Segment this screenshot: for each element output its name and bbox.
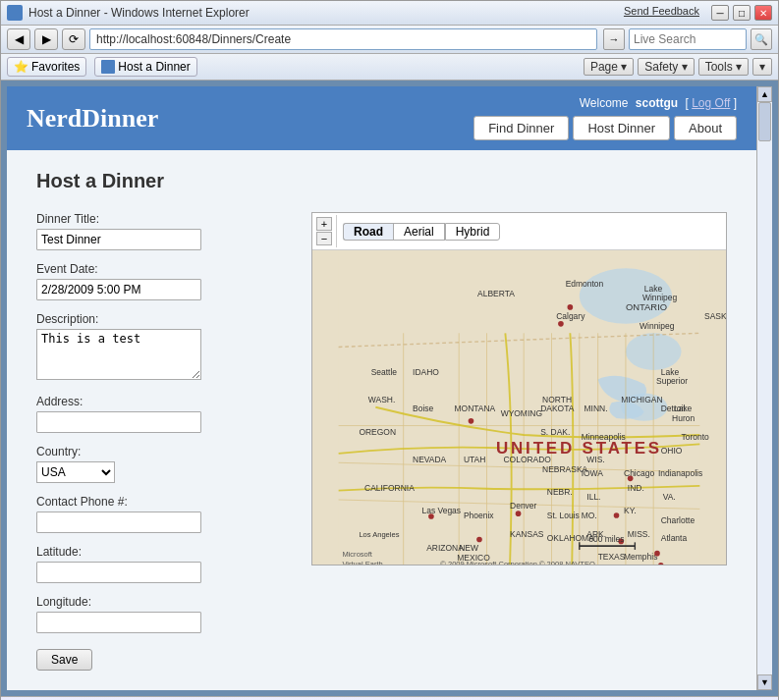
svg-point-85	[469, 418, 474, 424]
close-button[interactable]: ✕	[754, 5, 772, 21]
svg-text:Seattle: Seattle	[371, 367, 398, 377]
dinner-title-group: Dinner Title:	[36, 212, 292, 250]
contact-phone-group: Contact Phone #:	[36, 495, 292, 533]
country-select[interactable]: USA Canada UK Australia	[36, 461, 115, 483]
status-bar: Done 🔒 Local intranet | Protected Mode: …	[1, 696, 778, 700]
svg-text:Winnipeg: Winnipeg	[642, 293, 678, 302]
hybrid-view-button[interactable]: Hybrid	[445, 223, 501, 241]
svg-text:WASH.: WASH.	[368, 395, 395, 404]
save-button[interactable]: Save	[36, 649, 92, 671]
send-feedback-link[interactable]: Send Feedback	[624, 5, 699, 21]
aerial-view-button[interactable]: Aerial	[393, 223, 445, 241]
svg-text:MICHIGAN: MICHIGAN	[621, 395, 662, 404]
search-input[interactable]	[629, 28, 747, 50]
bookmarks-bar: ⭐ Favorites Host a Dinner Page ▾ Safety …	[1, 54, 778, 81]
forward-button[interactable]: ▶	[34, 28, 58, 50]
svg-text:ONTARIO: ONTARIO	[626, 301, 667, 312]
page-wrapper: NerdDinner Welcome scottgu [ Log Off ] F…	[1, 81, 778, 696]
bookmark-host-dinner[interactable]: Host a Dinner	[94, 57, 196, 77]
browser-window: Host a Dinner - Windows Internet Explore…	[0, 0, 779, 700]
contact-phone-label: Contact Phone #:	[36, 495, 292, 509]
svg-text:OHIO: OHIO	[661, 446, 683, 456]
maximize-button[interactable]: □	[733, 5, 751, 21]
svg-text:VA.: VA.	[663, 492, 676, 502]
scroll-track	[757, 102, 772, 674]
event-date-input[interactable]	[36, 279, 201, 300]
svg-text:© 2009 Microsoft Corporation  : © 2009 Microsoft Corporation © 2008 NAVT…	[440, 560, 595, 565]
svg-point-94	[654, 551, 660, 557]
description-label: Description:	[36, 312, 292, 326]
svg-text:Phoenix: Phoenix	[464, 511, 494, 520]
host-dinner-button[interactable]: Host Dinner	[573, 116, 670, 140]
svg-text:MONTANA: MONTANA	[455, 404, 496, 413]
map-container: + − Road Aerial Hybrid	[311, 212, 727, 565]
latitude-group: Latitude:	[36, 545, 292, 583]
address-bar[interactable]: http://localhost:60848/Dinners/Create	[89, 28, 597, 50]
svg-text:ALBERTA: ALBERTA	[477, 289, 515, 298]
svg-point-88	[614, 512, 620, 518]
svg-text:KY.: KY.	[624, 506, 637, 515]
about-button[interactable]: About	[674, 116, 737, 140]
svg-text:Indianapolis: Indianapolis	[658, 468, 702, 478]
nav-buttons: Find Dinner Host Dinner About	[473, 116, 737, 140]
log-off-link[interactable]: Log Off	[692, 96, 730, 110]
minimize-button[interactable]: ─	[711, 5, 729, 21]
road-view-button[interactable]: Road	[343, 223, 393, 241]
svg-text:SASK.: SASK.	[704, 311, 726, 321]
zoom-in-button[interactable]: +	[316, 217, 332, 231]
form-map-container: Dinner Title: Event Date: Description: T…	[36, 212, 727, 671]
scroll-thumb[interactable]	[758, 102, 771, 141]
dinner-title-input[interactable]	[36, 229, 201, 250]
content-with-scrollbar: NerdDinner Welcome scottgu [ Log Off ] F…	[7, 86, 772, 690]
page-title: Host a Dinner	[36, 170, 727, 192]
svg-text:WYOMING: WYOMING	[501, 408, 542, 418]
svg-text:Memphis: Memphis	[624, 552, 657, 562]
svg-text:Winnipeg: Winnipeg	[640, 321, 675, 331]
scroll-up-button[interactable]: ▲	[757, 86, 772, 102]
address-text: http://localhost:60848/Dinners/Create	[96, 32, 590, 46]
scrollbar[interactable]: ▲ ▼	[756, 86, 772, 690]
address-input[interactable]	[36, 411, 201, 433]
extra-button[interactable]: ▾	[752, 58, 772, 76]
favorites-button[interactable]: ⭐ Favorites	[7, 57, 86, 77]
window-controls: Send Feedback ─ □ ✕	[624, 5, 772, 21]
bookmarks-right: Page ▾ Safety ▾ Tools ▾ ▾	[584, 58, 772, 76]
svg-text:Denver: Denver	[510, 501, 536, 511]
form-section: Dinner Title: Event Date: Description: T…	[36, 212, 292, 671]
svg-text:UTAH: UTAH	[464, 455, 485, 464]
search-button[interactable]: 🔍	[751, 28, 772, 50]
svg-point-83	[568, 304, 574, 310]
description-input[interactable]: This is a test	[36, 329, 201, 380]
svg-text:NEW: NEW	[459, 543, 478, 553]
svg-text:Superior: Superior	[656, 376, 688, 386]
svg-text:NEVADA: NEVADA	[413, 455, 447, 464]
site-logo: NerdDinner	[27, 104, 158, 134]
page-button[interactable]: Page ▾	[584, 58, 634, 76]
svg-text:UNITED STATES: UNITED STATES	[496, 439, 662, 458]
zoom-out-button[interactable]: −	[316, 232, 332, 245]
svg-text:Virtual Earth: Virtual Earth	[342, 560, 382, 565]
scroll-down-button[interactable]: ▼	[757, 674, 772, 690]
svg-text:Atlanta: Atlanta	[661, 533, 688, 543]
bookmark-label: Host a Dinner	[118, 60, 190, 74]
tools-button[interactable]: Tools ▾	[698, 58, 749, 76]
refresh-button[interactable]: ⟳	[62, 28, 85, 50]
window-title: Host a Dinner - Windows Internet Explore…	[28, 6, 250, 20]
dinner-title-label: Dinner Title:	[36, 212, 292, 226]
latitude-input[interactable]	[36, 562, 201, 583]
svg-text:Calgary: Calgary	[556, 311, 585, 321]
go-button[interactable]: →	[603, 28, 625, 50]
title-bar-left: Host a Dinner - Windows Internet Explore…	[7, 5, 250, 21]
find-dinner-button[interactable]: Find Dinner	[473, 116, 569, 140]
svg-text:Edmonton: Edmonton	[566, 279, 604, 289]
svg-text:IOWA: IOWA	[582, 468, 604, 478]
map-toolbar: + − Road Aerial Hybrid	[312, 213, 726, 250]
safety-button[interactable]: Safety ▾	[638, 58, 694, 76]
svg-text:OREGON: OREGON	[359, 427, 396, 437]
contact-phone-input[interactable]	[36, 512, 201, 533]
back-button[interactable]: ◀	[7, 28, 30, 50]
event-date-label: Event Date:	[36, 262, 292, 276]
svg-text:KANSAS: KANSAS	[510, 529, 544, 539]
favorites-label: Favorites	[31, 60, 80, 74]
longitude-input[interactable]	[36, 612, 201, 633]
